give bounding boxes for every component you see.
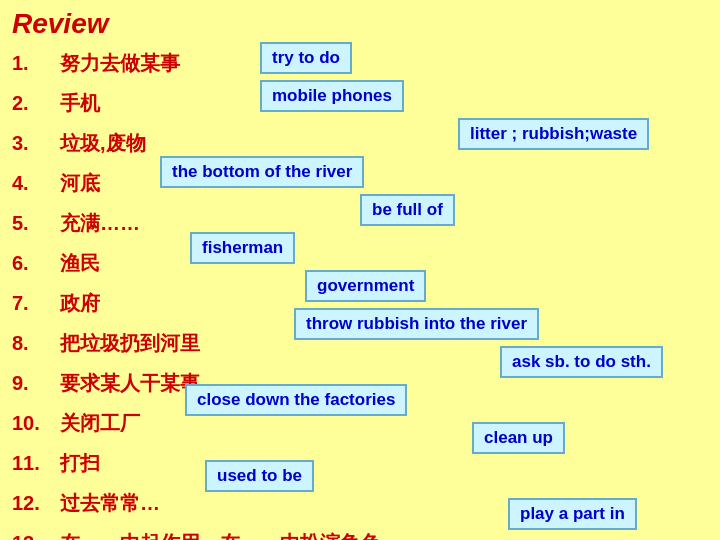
row-num-7: 7. xyxy=(12,292,60,315)
tag-litter-rubbish-waste: litter ; rubbish;waste xyxy=(458,118,649,150)
row-num-3: 3. xyxy=(12,132,60,155)
tag-bottom-of-river: the bottom of the river xyxy=(160,156,364,188)
row-num-6: 6. xyxy=(12,252,60,275)
row-num-5: 5. xyxy=(12,212,60,235)
tag-government: government xyxy=(305,270,426,302)
row-chinese-13: 在……中起作用，在……中扮演角色 xyxy=(60,530,380,541)
row-num-13: 13. xyxy=(12,532,60,541)
tag-throw-rubbish: throw rubbish into the river xyxy=(294,308,539,340)
row-num-12: 12. xyxy=(12,492,60,515)
tag-fisherman: fisherman xyxy=(190,232,295,264)
tag-clean-up: clean up xyxy=(472,422,565,454)
row-chinese-3: 垃圾,废物 xyxy=(60,130,220,157)
row-chinese-11: 打扫 xyxy=(60,450,220,477)
tag-used-to-be: used to be xyxy=(205,460,314,492)
row-num-2: 2. xyxy=(12,92,60,115)
tag-be-full-of: be full of xyxy=(360,194,455,226)
row-chinese-2: 手机 xyxy=(60,90,220,117)
row-num-8: 8. xyxy=(12,332,60,355)
row-chinese-7: 政府 xyxy=(60,290,220,317)
row-num-11: 11. xyxy=(12,452,60,475)
tag-play-a-part-in: play a part in xyxy=(508,498,637,530)
row-num-9: 9. xyxy=(12,372,60,395)
table-row: 11. 打扫 xyxy=(12,444,708,482)
row-num-10: 10. xyxy=(12,412,60,435)
row-chinese-8: 把垃圾扔到河里 xyxy=(60,330,220,357)
table-row: 1. 努力去做某事 xyxy=(12,44,708,82)
title: Review xyxy=(0,0,720,44)
tag-try-to-do: try to do xyxy=(260,42,352,74)
tag-ask-sb-to-do: ask sb. to do sth. xyxy=(500,346,663,378)
row-num-1: 1. xyxy=(12,52,60,75)
row-num-4: 4. xyxy=(12,172,60,195)
row-chinese-1: 努力去做某事 xyxy=(60,50,220,77)
row-chinese-12: 过去常常… xyxy=(60,490,220,517)
tag-close-down-factories: close down the factories xyxy=(185,384,407,416)
tag-mobile-phones: mobile phones xyxy=(260,80,404,112)
